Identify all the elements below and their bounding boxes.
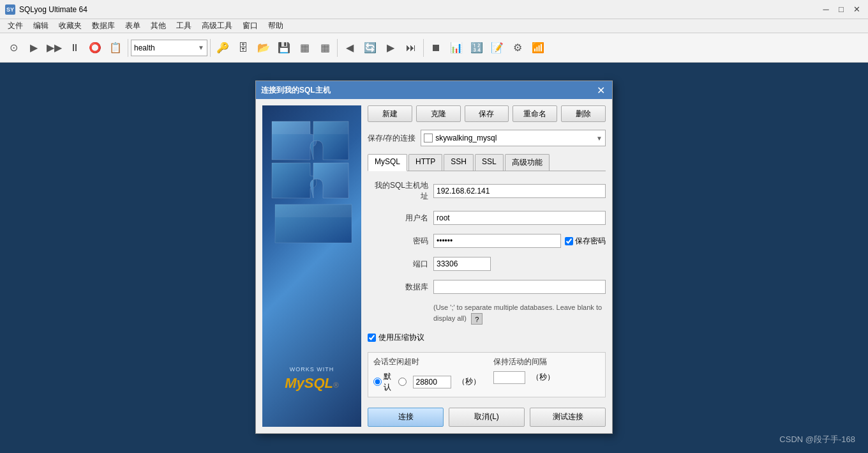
port-input[interactable] xyxy=(433,257,491,271)
connection-select-icon xyxy=(424,134,433,142)
toolbar-btn-21[interactable]: ⚙ xyxy=(508,38,527,58)
dialog-title-bar: 连接到我的SQL主机 ✕ xyxy=(256,81,612,99)
custom-radio[interactable] xyxy=(398,378,407,386)
window-close-button[interactable]: ✕ xyxy=(850,3,863,16)
toolbar-btn-4[interactable]: ⏸ xyxy=(65,38,84,58)
tab-ssl[interactable]: SSL xyxy=(475,154,504,171)
save-password-text: 保存密码 xyxy=(575,236,606,247)
custom-radio-label[interactable] xyxy=(398,378,407,386)
default-radio-label[interactable]: 默认 xyxy=(373,371,392,393)
dialog-body: WORKS WITH MySQL® 新建 克隆 保存 重命名 xyxy=(256,99,612,433)
toolbar-btn-6[interactable]: 📋 xyxy=(106,38,125,58)
toolbar-btn-9[interactable]: 📂 xyxy=(254,38,273,58)
db-selector-value: health xyxy=(134,43,155,52)
host-field-label: 我的SQL主机地址 xyxy=(368,180,428,202)
menu-item-database[interactable]: 数据库 xyxy=(87,19,120,33)
test-connection-button[interactable]: 测试连接 xyxy=(530,408,606,427)
new-button[interactable]: 新建 xyxy=(368,105,412,122)
toolbar-btn-18[interactable]: 📊 xyxy=(447,38,466,58)
connection-selector[interactable]: skywalking_mysql ▼ xyxy=(421,130,606,146)
cancel-button[interactable]: 取消(L) xyxy=(449,408,525,427)
menu-item-edit[interactable]: 编辑 xyxy=(28,19,54,33)
host-input[interactable] xyxy=(433,184,606,198)
toolbar-btn-12[interactable]: ▦ xyxy=(315,38,334,58)
window-controls: ─ □ ✕ xyxy=(819,3,863,16)
menu-item-advanced-tools[interactable]: 高级工具 xyxy=(197,19,237,33)
save-password-checkbox-label[interactable]: 保存密码 xyxy=(565,236,606,247)
menu-item-window[interactable]: 窗口 xyxy=(237,19,263,33)
toolbar-btn-16[interactable]: ⏭ xyxy=(401,38,421,58)
dialog-title: 连接到我的SQL主机 xyxy=(261,85,331,96)
connect-button[interactable]: 连接 xyxy=(368,408,444,427)
db-selector-dropdown[interactable]: health ▼ xyxy=(131,40,207,56)
session-timeout-title: 会话空闲超时 xyxy=(373,357,481,367)
toolbar-separator-4 xyxy=(423,39,424,57)
rename-button[interactable]: 重命名 xyxy=(513,105,557,122)
menu-item-favorites[interactable]: 收藏夹 xyxy=(54,19,87,33)
toolbar-btn-11[interactable]: ▦ xyxy=(295,38,314,58)
dialog-image-panel: WORKS WITH MySQL® xyxy=(262,105,361,426)
menu-bar: 文件 编辑 收藏夹 数据库 表单 其他 工具 高级工具 窗口 帮助 xyxy=(0,19,868,33)
tab-ssh[interactable]: SSH xyxy=(444,154,474,171)
toolbar-btn-8[interactable]: 🗄 xyxy=(234,38,253,58)
password-input[interactable] xyxy=(433,234,561,248)
toolbar-separator-2 xyxy=(210,39,211,57)
tab-mysql[interactable]: MySQL xyxy=(368,154,407,171)
toolbar-btn-15[interactable]: ▶ xyxy=(381,38,400,58)
toolbar-btn-1[interactable]: ⊙ xyxy=(4,38,23,58)
menu-item-table[interactable]: 表单 xyxy=(120,19,146,33)
user-input[interactable] xyxy=(433,211,606,225)
hint-text: (Use ';' to separate multiple databases.… xyxy=(433,303,602,322)
database-field-row: 数据库 xyxy=(368,280,606,294)
tab-http[interactable]: HTTP xyxy=(408,154,442,171)
compression-label: 使用压缩协议 xyxy=(378,332,424,343)
database-field-label: 数据库 xyxy=(368,282,428,293)
save-password-checkbox[interactable] xyxy=(565,237,573,245)
toolbar-btn-3[interactable]: ▶▶ xyxy=(45,38,64,58)
title-bar: SY SQLyog Ultimate 64 ─ □ ✕ xyxy=(0,0,868,19)
default-radio-text: 默认 xyxy=(384,371,392,393)
title-bar-left: SY SQLyog Ultimate 64 xyxy=(5,4,87,15)
toolbar-btn-10[interactable]: 💾 xyxy=(274,38,294,58)
toolbar-btn-17[interactable]: ⏹ xyxy=(426,38,445,58)
compression-row: 使用压缩协议 xyxy=(368,332,606,343)
toolbar-btn-19[interactable]: 🔢 xyxy=(467,38,486,58)
toolbar-btn-7[interactable]: 🔑 xyxy=(213,38,232,58)
connection-label: 保存/存的连接 xyxy=(368,133,415,144)
toolbar-btn-20[interactable]: 📝 xyxy=(488,38,507,58)
save-button[interactable]: 保存 xyxy=(465,105,509,122)
help-button[interactable]: ? xyxy=(471,313,483,325)
works-with-label: WORKS WITH xyxy=(262,366,361,372)
menu-item-file[interactable]: 文件 xyxy=(3,19,28,33)
toolbar-separator-1 xyxy=(128,39,128,57)
maximize-button[interactable]: □ xyxy=(835,3,848,16)
user-field-label: 用户名 xyxy=(368,213,428,224)
database-input[interactable] xyxy=(433,280,606,294)
host-field-row: 我的SQL主机地址 xyxy=(368,180,606,202)
menu-item-help[interactable]: 帮助 xyxy=(263,19,288,33)
toolbar-btn-22[interactable]: 📶 xyxy=(528,38,548,58)
delete-button[interactable]: 删除 xyxy=(561,105,606,122)
minimize-button[interactable]: ─ xyxy=(819,3,832,16)
mysql-logo: MySQL® xyxy=(262,375,361,392)
menu-item-tools[interactable]: 工具 xyxy=(171,19,197,33)
toolbar-btn-5[interactable]: ⭕ xyxy=(86,38,105,58)
toolbar: ⊙ ▶ ▶▶ ⏸ ⭕ 📋 health ▼ 🔑 🗄 📂 💾 ▦ ▦ ◀ 🔄 ▶ … xyxy=(0,33,868,63)
dialog-close-button[interactable]: ✕ xyxy=(594,84,607,96)
default-radio[interactable] xyxy=(373,378,382,386)
keepalive-input[interactable] xyxy=(493,371,525,384)
toolbar-btn-13[interactable]: ◀ xyxy=(340,38,359,58)
port-field-row: 端口 xyxy=(368,257,606,271)
tab-advanced[interactable]: 高级功能 xyxy=(505,154,550,171)
session-section: 会话空闲超时 默认 xyxy=(368,352,606,397)
menu-item-other[interactable]: 其他 xyxy=(146,19,171,33)
seconds-label: （秒） xyxy=(458,376,481,387)
port-field-label: 端口 xyxy=(368,259,428,270)
form-action-buttons: 新建 克隆 保存 重命名 删除 xyxy=(368,105,606,122)
clone-button[interactable]: 克隆 xyxy=(416,105,461,122)
app-title: SQLyog Ultimate 64 xyxy=(19,5,87,14)
compression-checkbox[interactable] xyxy=(368,334,376,342)
session-timeout-input[interactable] xyxy=(413,376,451,388)
toolbar-btn-14[interactable]: 🔄 xyxy=(361,38,380,58)
toolbar-btn-2[interactable]: ▶ xyxy=(24,38,43,58)
